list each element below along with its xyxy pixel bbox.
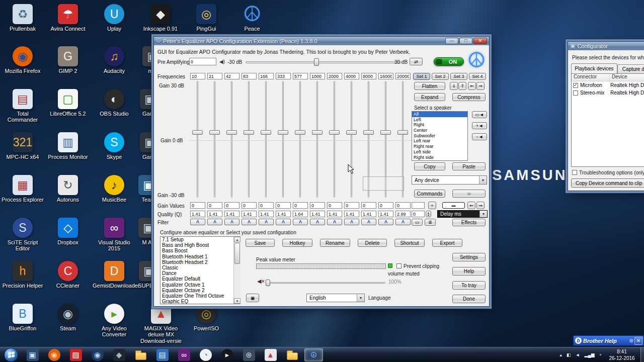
desktop-icon[interactable]: ♻ Prullenbak (1, 4, 44, 32)
delete-button[interactable]: Delete (358, 239, 387, 247)
eq-slider-track[interactable] (248, 81, 250, 198)
config-item[interactable]: Classic (160, 265, 240, 270)
brother-help-window[interactable]: b Brother Help ⊛ ✕ (573, 335, 644, 346)
desktop-icon[interactable]: ◎ PowerISO (185, 304, 228, 331)
set-button[interactable]: Set 4 (469, 73, 486, 80)
speaker-monitor-button[interactable]: ▭◄ (472, 111, 487, 118)
volume-slider[interactable] (266, 282, 385, 284)
eq-slider-thumb[interactable] (312, 130, 323, 135)
frequency-input[interactable] (276, 73, 291, 79)
taskbar-app-button[interactable]: ⊛ (239, 348, 258, 361)
speaker-icon[interactable]: ◀) (219, 59, 225, 64)
gain-prev-button[interactable]: ⇐ (467, 202, 475, 209)
frequency-input[interactable] (395, 73, 411, 79)
settings-button[interactable]: Settings (452, 253, 486, 261)
delay-spinner[interactable]: ▲▼ (426, 211, 431, 217)
eq-slider-thumb[interactable] (346, 130, 357, 135)
eq-slider-thumb[interactable] (209, 130, 220, 135)
desktop-icon[interactable]: h Precision Helper (1, 261, 44, 289)
speaker-item[interactable]: Left rear (412, 138, 467, 144)
frequency-input[interactable] (378, 73, 393, 79)
language-dropdown[interactable]: English ▼ (306, 294, 365, 302)
frequency-input[interactable] (190, 73, 205, 79)
frequency-input[interactable] (310, 73, 325, 79)
shift-up-button[interactable]: ⇑ (458, 82, 466, 90)
taskbar-app-button[interactable]: ▨ (66, 348, 85, 361)
quality-input[interactable] (310, 211, 325, 217)
eq-slider-thumb[interactable] (261, 130, 271, 135)
quality-input[interactable] (224, 211, 239, 217)
eq-slider-thumb[interactable] (244, 130, 254, 135)
power-toggle[interactable]: ON (434, 57, 464, 66)
eq-slider-track[interactable] (265, 81, 267, 198)
quality-input[interactable] (259, 211, 274, 217)
speaker-item[interactable]: Left (412, 117, 467, 123)
window-mode-button[interactable]: ▣ (246, 294, 259, 302)
config-item[interactable]: Equalizer Default (160, 276, 240, 282)
frequency-input[interactable] (224, 73, 239, 79)
speaker-item[interactable]: Center (412, 128, 467, 133)
config-item[interactable]: Equalizer Octave 1 (160, 282, 240, 288)
filter-list-button[interactable]: ≣ (425, 219, 436, 226)
config-scrollbar[interactable]: ▲ ▼ (233, 237, 240, 304)
eq-slider-track[interactable] (282, 81, 284, 198)
filter-button[interactable]: Λ (259, 219, 274, 225)
filter-tool-button[interactable]: ▭ (412, 219, 423, 226)
tray-icon[interactable]: ◧ (567, 352, 571, 357)
tray-icon[interactable]: ▂▄▆ (585, 352, 595, 357)
eq-slider-thumb[interactable] (363, 130, 374, 135)
preamp-input[interactable] (189, 58, 216, 65)
speaker-item[interactable]: Subwoofer (412, 133, 467, 139)
gain-value-input[interactable] (259, 202, 274, 209)
filter-button[interactable]: Λ (207, 219, 222, 225)
mute-speaker-icon[interactable]: ◀× (257, 278, 265, 285)
desktop-icon[interactable]: U Uplay (93, 4, 136, 32)
minimize-button[interactable]: — (445, 38, 458, 44)
shift-down-button[interactable]: ⇓ (450, 82, 458, 90)
frequency-input[interactable] (344, 73, 359, 79)
eq-slider-thumb[interactable] (397, 130, 408, 135)
taskbar-app-button[interactable]: ◆ (110, 348, 128, 361)
filter-button[interactable]: Λ (310, 219, 325, 225)
gain-value-input[interactable] (190, 202, 205, 209)
gain-extra-input[interactable] (412, 202, 425, 209)
config-item[interactable]: Dance (160, 270, 240, 276)
filter-button[interactable]: Λ (395, 219, 411, 225)
gain-value-input[interactable] (395, 202, 411, 209)
config-item[interactable]: Bass and High Boost (160, 242, 240, 248)
desktop-icon[interactable]: S SciTE Script Editor (1, 218, 44, 252)
config-item[interactable]: Bluetooth Headset 1 (160, 254, 240, 259)
delay-input[interactable] (412, 211, 425, 217)
gear-icon[interactable]: ⊛ (629, 338, 633, 343)
config-item[interactable]: 7.1 Setup (160, 237, 240, 242)
taskbar-app-button[interactable]: ▣ (23, 348, 42, 361)
start-button[interactable] (4, 348, 18, 362)
quality-input[interactable] (293, 211, 308, 217)
save-button[interactable]: Save (246, 239, 275, 247)
desktop-icon[interactable]: ▥ Process Monitor (46, 132, 90, 160)
set-button[interactable]: Set 3 (450, 73, 467, 80)
filter-button[interactable]: Λ (378, 219, 393, 225)
speaker-item[interactable]: Right rear (412, 144, 467, 149)
preamp-slider-thumb[interactable] (314, 58, 319, 66)
filter-button[interactable]: Λ (344, 219, 359, 225)
effects-button[interactable]: Effects (452, 219, 486, 226)
commands-button[interactable]: Commands (414, 190, 445, 198)
configurator-titlebar[interactable]: ▣ Configurator (568, 42, 644, 50)
device-row[interactable]: Microfoon Realtek High Defi (572, 81, 644, 89)
desktop-icon[interactable]: ◉ Steam (46, 304, 90, 331)
tab-capture-devices[interactable]: Capture devices (617, 64, 644, 73)
quality-input[interactable] (361, 211, 376, 217)
desktop-icon[interactable]: ▢ LibreOffice 5.2 (46, 89, 90, 117)
quality-input[interactable] (344, 211, 359, 217)
desktop-icon[interactable]: 321 MPC-HC x64 (1, 132, 44, 160)
taskbar-app-button[interactable]: ◉ (88, 348, 107, 361)
response-curve-button[interactable]: ≈ (452, 190, 486, 198)
delay-unit-dropdown[interactable]: Delay ms ▼ (437, 210, 488, 218)
speaker-item[interactable]: All (412, 112, 467, 117)
volume-slider-thumb[interactable] (266, 280, 270, 286)
prevent-clipping-checkbox[interactable] (396, 263, 401, 268)
speaker-item[interactable]: Right side (412, 155, 467, 160)
expand-button[interactable]: Expand (414, 93, 445, 101)
scroll-down-icon[interactable]: ▼ (234, 298, 240, 304)
